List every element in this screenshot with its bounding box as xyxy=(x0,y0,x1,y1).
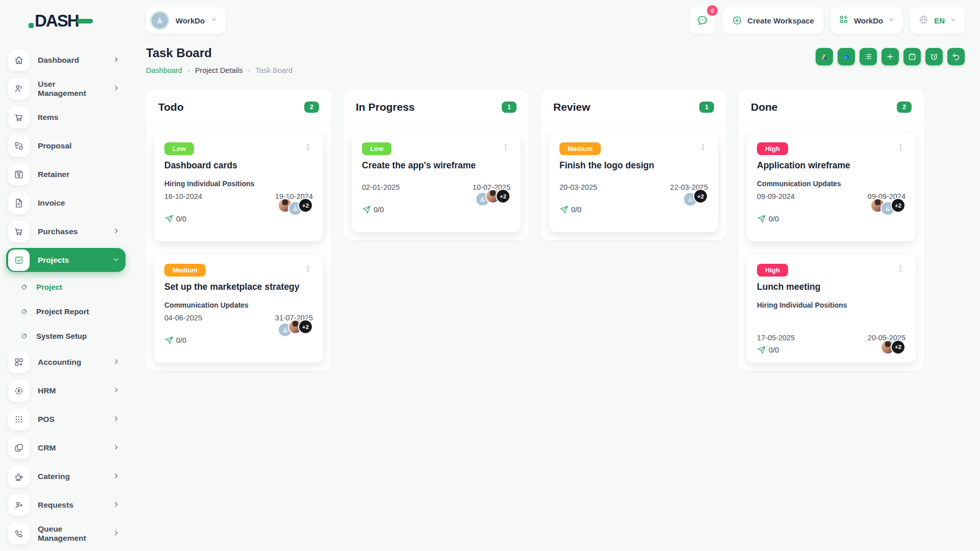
task-card[interactable]: Medium Finish the logo design 20-03-2025… xyxy=(549,133,718,232)
kebab-menu-icon[interactable] xyxy=(303,142,313,154)
calendar-icon xyxy=(908,52,917,61)
start-date: 17-05-2025 xyxy=(757,334,795,342)
task-card[interactable]: Low Dashboard cards Hiring Individual Po… xyxy=(154,133,323,241)
column-body: Low Dashboard cards Hiring Individual Po… xyxy=(146,123,331,371)
sidebar-item-catering[interactable]: Catering xyxy=(6,464,126,488)
start-date: 02-01-2025 xyxy=(362,183,400,191)
logo-dash xyxy=(77,19,93,23)
sidebar-item-dashboard[interactable]: Dashboard xyxy=(6,48,126,72)
logo-text: DASH xyxy=(35,11,79,31)
task-card[interactable]: Low Create the app's wireframe 02-01-202… xyxy=(352,133,521,232)
messages-button[interactable]: 0 xyxy=(689,7,716,34)
calendar-button[interactable] xyxy=(903,48,921,65)
main-content: WorkDo 0 Create Workspace WorkDo xyxy=(132,0,980,551)
avatar-more-count: +2 xyxy=(891,340,905,355)
subtask-progress: 0/0 xyxy=(164,336,186,345)
assignee-avatars: +2 xyxy=(875,198,905,233)
exchange-boxes-icon xyxy=(8,135,30,157)
sidebar-item-label: Queue Management xyxy=(38,524,105,543)
user-plus-icon xyxy=(8,494,30,516)
sidebar-item-crm[interactable]: CRM xyxy=(6,436,126,460)
sidebar-subitem-project[interactable]: Project xyxy=(6,277,126,297)
sidebar-item-hrm[interactable]: HRM xyxy=(6,379,126,403)
workspace-avatar xyxy=(150,11,169,30)
sidebar-subitem-project-report[interactable]: Project Report xyxy=(6,301,126,322)
floppy-icon xyxy=(8,164,30,185)
sidebar-item-proposal[interactable]: Proposal xyxy=(6,134,126,158)
sidebar-item-user-management[interactable]: User Management xyxy=(6,77,126,101)
sidebar-item-items[interactable]: Items xyxy=(6,105,126,129)
column-body: High Application wireframe Communication… xyxy=(739,123,924,371)
add-task-button[interactable] xyxy=(881,48,899,65)
task-card[interactable]: Medium Set up the marketplace strategy C… xyxy=(154,255,323,363)
sidebar-item-invoice[interactable]: Invoice xyxy=(6,191,126,215)
chevron-right-icon xyxy=(113,84,119,93)
sidebar-subitem-system-setup[interactable]: System Setup xyxy=(6,325,126,346)
task-card[interactable]: High Application wireframe Communication… xyxy=(747,133,916,241)
page-title: Task Board xyxy=(146,46,292,60)
list-icon xyxy=(864,52,873,61)
subtask-progress: 0/0 xyxy=(164,214,186,223)
app-root: DASH Dashboard User Management Items Pro… xyxy=(0,0,980,551)
chevron-right-icon xyxy=(113,529,119,538)
subtask-progress: 0/0 xyxy=(757,345,779,355)
kebab-menu-icon[interactable] xyxy=(698,142,708,154)
breadcrumb-project-details[interactable]: Project Details xyxy=(195,66,242,74)
ring-bullet-icon xyxy=(21,285,27,290)
sidebar-item-projects[interactable]: Projects xyxy=(6,248,126,272)
sidebar-item-label: POS xyxy=(38,415,105,424)
kebab-menu-icon[interactable] xyxy=(303,264,313,276)
chevron-right-icon xyxy=(113,386,119,395)
coffee-icon xyxy=(8,466,30,487)
column-header: Review 1 xyxy=(541,90,726,123)
create-workspace-button[interactable]: Create Workspace xyxy=(723,7,823,34)
google-drive-button[interactable] xyxy=(816,48,833,65)
task-title: Dashboard cards xyxy=(164,160,313,171)
file-icon xyxy=(8,192,30,214)
checkbox-icon xyxy=(8,249,30,271)
sidebar-item-pos[interactable]: POS xyxy=(6,407,126,431)
kebab-menu-icon[interactable] xyxy=(501,142,510,154)
sidebar-item-purchases[interactable]: Purchases xyxy=(6,219,126,243)
column-in-progress: In Progress 1 Low Create the app's wiref… xyxy=(344,90,529,240)
app-menu-dropdown[interactable]: WorkDo xyxy=(830,7,903,34)
reminder-button[interactable] xyxy=(925,48,943,65)
task-count-badge: 1 xyxy=(502,102,517,113)
task-milestone: Communication Updates xyxy=(757,180,905,188)
sidebar-item-label: Dashboard xyxy=(38,56,105,65)
workspace-selector[interactable]: WorkDo xyxy=(146,7,226,34)
kebab-menu-icon[interactable] xyxy=(896,264,905,276)
chevron-right-icon xyxy=(113,358,119,367)
sidebar-item-accounting[interactable]: Accounting xyxy=(6,350,126,374)
sidebar-item-requests[interactable]: Requests xyxy=(6,493,126,517)
home-icon xyxy=(8,49,30,71)
sidebar-item-queue-management[interactable]: Queue Management xyxy=(6,521,126,545)
sidebar-item-label: Proposal xyxy=(38,141,119,151)
onedrive-button[interactable] xyxy=(838,48,855,65)
task-count-badge: 2 xyxy=(304,102,319,113)
task-card[interactable]: High Lunch meeting Hiring Individual Pos… xyxy=(747,255,916,363)
priority-badge: Low xyxy=(164,142,194,155)
back-button[interactable] xyxy=(947,48,965,65)
sidebar-item-label: Catering xyxy=(38,472,105,481)
page-header: Task Board Dashboard › Project Details ›… xyxy=(146,46,965,74)
start-date: 16-10-2024 xyxy=(164,192,202,201)
google-drive-icon xyxy=(820,52,829,61)
subtask-progress: 0/0 xyxy=(757,214,779,223)
task-count-badge: 1 xyxy=(699,102,714,113)
subtask-progress: 0/0 xyxy=(559,205,581,214)
chevron-right-icon xyxy=(113,472,119,481)
sidebar-item-label: Projects xyxy=(38,256,105,265)
list-view-button[interactable] xyxy=(860,48,877,65)
breadcrumb-dashboard[interactable]: Dashboard xyxy=(146,66,182,74)
language-dropdown[interactable]: EN xyxy=(910,7,965,34)
subtask-progress: 0/0 xyxy=(362,205,384,214)
sidebar-item-label: Invoice xyxy=(38,198,119,208)
kebab-menu-icon[interactable] xyxy=(896,142,905,154)
send-icon xyxy=(164,336,174,345)
priority-badge: Medium xyxy=(559,142,601,155)
undo-arrow-icon xyxy=(951,52,961,61)
avatar-more-count: +2 xyxy=(496,189,510,204)
send-icon xyxy=(164,214,174,223)
sidebar-item-retainer[interactable]: Retainer xyxy=(6,162,126,186)
